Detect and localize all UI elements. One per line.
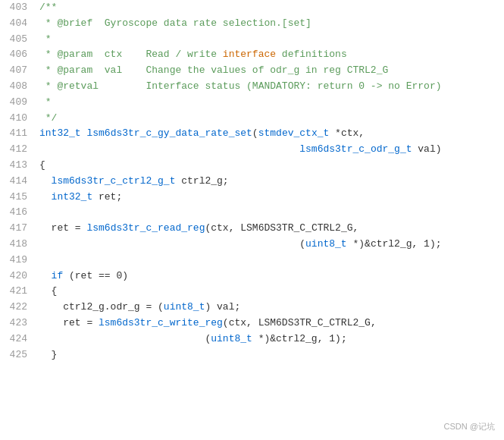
- line-number: 408: [0, 79, 36, 95]
- line-content: *: [36, 32, 504, 48]
- token: stmdev_ctx_t: [258, 127, 330, 139]
- line-content: lsm6ds3tr_c_ctrl2_g_t ctrl2_g;: [36, 174, 504, 190]
- token: }: [39, 349, 57, 360]
- token: lsm6ds3tr_c_ctrl2_g_t: [52, 175, 176, 187]
- token: ctrl2_g.odr_g = (: [39, 301, 164, 313]
- token: if: [52, 270, 64, 281]
- line-number: 409: [0, 95, 36, 111]
- line-number: 420: [0, 269, 36, 284]
- token: (ret == 0): [63, 270, 128, 281]
- line-content: {: [36, 284, 504, 300]
- token: {: [39, 159, 45, 171]
- line-number: 406: [0, 47, 36, 63]
- line-content: * @brief Gyroscope data rate selection.[…: [36, 16, 504, 32]
- line-number: 417: [0, 221, 36, 237]
- code-line: 410 */: [0, 111, 504, 127]
- code-line: 423 ret = lsm6ds3tr_c_write_reg(ctx, LSM…: [0, 316, 504, 332]
- code-line: 419: [0, 253, 504, 269]
- line-number: 423: [0, 316, 36, 332]
- line-content: if (ret == 0): [36, 269, 504, 284]
- line-number: 425: [0, 347, 36, 363]
- line-content: ret = lsm6ds3tr_c_write_reg(ctx, LSM6DS3…: [36, 316, 504, 332]
- token: interface: [223, 49, 276, 60]
- token: * @param val Change the values of odr_g …: [39, 64, 388, 76]
- token: (: [39, 333, 211, 344]
- line-content: lsm6ds3tr_c_odr_g_t val): [36, 142, 504, 158]
- token: [39, 191, 52, 203]
- line-number: 416: [0, 205, 36, 221]
- token: ret =: [39, 222, 86, 234]
- token: uint8_t: [305, 238, 347, 250]
- code-line: 418 (uint8_t *)&ctrl2_g, 1);: [0, 237, 504, 253]
- token: lsm6ds3tr_c_gy_data_rate_set: [86, 127, 252, 139]
- code-body: 403/**404 * @brief Gyroscope data rate s…: [0, 0, 504, 363]
- watermark: CSDN @记坑: [444, 420, 495, 434]
- line-content: {: [36, 158, 504, 174]
- token: [39, 143, 299, 155]
- line-number: 412: [0, 142, 36, 158]
- code-line: 406 * @param ctx Read / write interface …: [0, 47, 504, 63]
- token: val): [412, 143, 442, 155]
- code-line: 409 *: [0, 95, 504, 111]
- code-line: 424 (uint8_t *)&ctrl2_g, 1);: [0, 332, 504, 347]
- code-line: 411int32_t lsm6ds3tr_c_gy_data_rate_set(…: [0, 126, 504, 142]
- token: * @retval Interface status (MANDATORY: r…: [39, 80, 442, 92]
- token: lsm6ds3tr_c_odr_g_t: [299, 143, 412, 155]
- line-content: * @param val Change the values of odr_g …: [36, 63, 504, 79]
- line-number: 421: [0, 284, 36, 300]
- line-number: 410: [0, 111, 36, 127]
- token: uint8_t: [164, 301, 205, 313]
- code-line: 421 {: [0, 284, 504, 300]
- code-line: 403/**: [0, 0, 504, 16]
- token: (ctx, LSM6DS3TR_C_CTRL2_G,: [223, 317, 377, 328]
- token: *: [39, 33, 52, 45]
- code-line: 413{: [0, 158, 504, 174]
- line-content: }: [36, 347, 504, 363]
- token: (ctx, LSM6DS3TR_C_CTRL2_G,: [205, 222, 358, 234]
- code-line: 417 ret = lsm6ds3tr_c_read_reg(ctx, LSM6…: [0, 221, 504, 237]
- line-content: int32_t lsm6ds3tr_c_gy_data_rate_set(stm…: [36, 126, 504, 142]
- line-number: 407: [0, 63, 36, 79]
- line-number: 418: [0, 237, 36, 253]
- token: int32_t: [39, 127, 81, 139]
- token: uint8_t: [211, 333, 252, 344]
- token: *)&ctrl2_g, 1);: [347, 238, 442, 250]
- line-content: ret = lsm6ds3tr_c_read_reg(ctx, LSM6DS3T…: [36, 221, 504, 237]
- token: lsm6ds3tr_c_read_reg: [86, 222, 205, 234]
- line-number: 419: [0, 253, 36, 269]
- code-line: 415 int32_t ret;: [0, 190, 504, 206]
- code-line: 407 * @param val Change the values of od…: [0, 63, 504, 79]
- code-line: 416: [0, 205, 504, 221]
- line-number: 404: [0, 16, 36, 32]
- token: * @param ctx Read / write: [39, 49, 223, 60]
- token: {: [39, 285, 57, 297]
- line-content: * @retval Interface status (MANDATORY: r…: [36, 79, 504, 95]
- code-line: 425 }: [0, 347, 504, 363]
- line-number: 422: [0, 300, 36, 316]
- line-content: */: [36, 111, 504, 127]
- token: *ctx,: [329, 127, 365, 139]
- token: [39, 175, 52, 187]
- line-number: 413: [0, 158, 36, 174]
- line-number: 411: [0, 126, 36, 142]
- token: (: [39, 238, 305, 250]
- line-content: /**: [36, 0, 504, 16]
- token: ctrl2_g;: [175, 175, 228, 187]
- line-content: int32_t ret;: [36, 190, 504, 206]
- line-content: (uint8_t *)&ctrl2_g, 1);: [36, 237, 504, 253]
- token: *: [39, 96, 52, 108]
- token: * @brief Gyroscope data rate selection.[…: [39, 17, 311, 29]
- line-number: 405: [0, 32, 36, 48]
- line-content: [36, 253, 504, 269]
- code-line: 414 lsm6ds3tr_c_ctrl2_g_t ctrl2_g;: [0, 174, 504, 190]
- line-content: *: [36, 95, 504, 111]
- token: [39, 270, 52, 281]
- code-line: 412 lsm6ds3tr_c_odr_g_t val): [0, 142, 504, 158]
- token: int32_t: [52, 191, 93, 203]
- line-content: [36, 205, 504, 221]
- code-line: 420 if (ret == 0): [0, 269, 504, 284]
- line-number: 403: [0, 0, 36, 16]
- line-number: 414: [0, 174, 36, 190]
- code-line: 404 * @brief Gyroscope data rate selecti…: [0, 16, 504, 32]
- token: (: [252, 127, 258, 139]
